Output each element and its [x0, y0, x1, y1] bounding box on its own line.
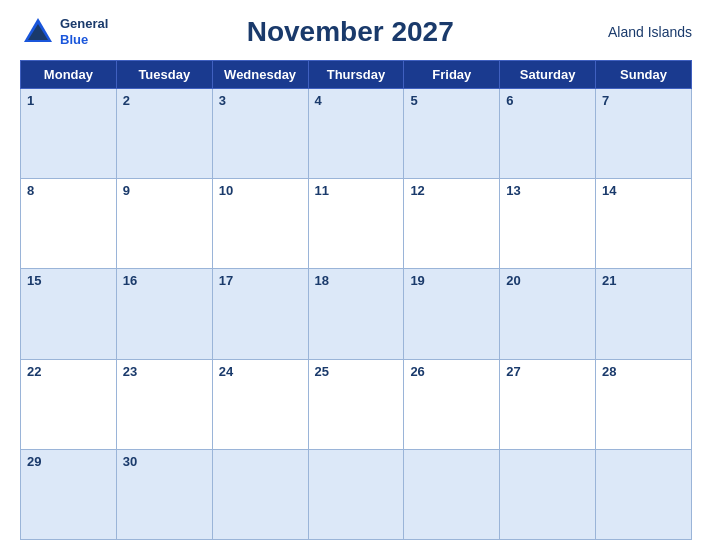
- day-number-18: 18: [315, 273, 329, 288]
- calendar-header: General Blue November 2027 Aland Islands: [20, 10, 692, 54]
- day-number-8: 8: [27, 183, 34, 198]
- day-number-11: 11: [315, 183, 329, 198]
- weekday-tuesday: Tuesday: [116, 61, 212, 89]
- day-number-9: 9: [123, 183, 130, 198]
- day-number-16: 16: [123, 273, 137, 288]
- day-number-4: 4: [315, 93, 322, 108]
- day-25: 25: [308, 359, 404, 449]
- weekday-header-row: MondayTuesdayWednesdayThursdayFridaySatu…: [21, 61, 692, 89]
- day-8: 8: [21, 179, 117, 269]
- day-number-14: 14: [602, 183, 616, 198]
- day-26: 26: [404, 359, 500, 449]
- day-17: 17: [212, 269, 308, 359]
- day-9: 9: [116, 179, 212, 269]
- day-number-17: 17: [219, 273, 233, 288]
- day-3: 3: [212, 89, 308, 179]
- day-number-6: 6: [506, 93, 513, 108]
- day-24: 24: [212, 359, 308, 449]
- day-number-21: 21: [602, 273, 616, 288]
- day-number-20: 20: [506, 273, 520, 288]
- day-21: 21: [596, 269, 692, 359]
- empty-cell: [596, 449, 692, 539]
- day-number-2: 2: [123, 93, 130, 108]
- week-row-4: 22232425262728: [21, 359, 692, 449]
- weekday-sunday: Sunday: [596, 61, 692, 89]
- region-label: Aland Islands: [592, 24, 692, 40]
- week-row-2: 891011121314: [21, 179, 692, 269]
- day-number-26: 26: [410, 364, 424, 379]
- empty-cell: [308, 449, 404, 539]
- day-number-25: 25: [315, 364, 329, 379]
- day-number-19: 19: [410, 273, 424, 288]
- empty-cell: [404, 449, 500, 539]
- day-4: 4: [308, 89, 404, 179]
- day-5: 5: [404, 89, 500, 179]
- day-2: 2: [116, 89, 212, 179]
- day-number-1: 1: [27, 93, 34, 108]
- day-number-13: 13: [506, 183, 520, 198]
- day-11: 11: [308, 179, 404, 269]
- day-number-3: 3: [219, 93, 226, 108]
- day-30: 30: [116, 449, 212, 539]
- day-number-23: 23: [123, 364, 137, 379]
- day-23: 23: [116, 359, 212, 449]
- day-13: 13: [500, 179, 596, 269]
- logo-icon: [20, 14, 56, 50]
- day-12: 12: [404, 179, 500, 269]
- weekday-wednesday: Wednesday: [212, 61, 308, 89]
- weekday-friday: Friday: [404, 61, 500, 89]
- day-6: 6: [500, 89, 596, 179]
- day-28: 28: [596, 359, 692, 449]
- day-16: 16: [116, 269, 212, 359]
- day-1: 1: [21, 89, 117, 179]
- weekday-saturday: Saturday: [500, 61, 596, 89]
- logo: General Blue: [20, 14, 108, 50]
- week-row-1: 1234567: [21, 89, 692, 179]
- day-14: 14: [596, 179, 692, 269]
- day-number-30: 30: [123, 454, 137, 469]
- week-row-5: 2930: [21, 449, 692, 539]
- weekday-monday: Monday: [21, 61, 117, 89]
- day-29: 29: [21, 449, 117, 539]
- day-22: 22: [21, 359, 117, 449]
- day-27: 27: [500, 359, 596, 449]
- empty-cell: [500, 449, 596, 539]
- day-15: 15: [21, 269, 117, 359]
- day-number-10: 10: [219, 183, 233, 198]
- empty-cell: [212, 449, 308, 539]
- day-number-29: 29: [27, 454, 41, 469]
- day-18: 18: [308, 269, 404, 359]
- day-19: 19: [404, 269, 500, 359]
- month-title: November 2027: [108, 16, 592, 48]
- weekday-thursday: Thursday: [308, 61, 404, 89]
- day-10: 10: [212, 179, 308, 269]
- day-number-27: 27: [506, 364, 520, 379]
- logo-blue: Blue: [60, 32, 88, 47]
- week-row-3: 15161718192021: [21, 269, 692, 359]
- logo-general: General: [60, 16, 108, 31]
- calendar-table: MondayTuesdayWednesdayThursdayFridaySatu…: [20, 60, 692, 540]
- day-number-7: 7: [602, 93, 609, 108]
- day-7: 7: [596, 89, 692, 179]
- day-number-12: 12: [410, 183, 424, 198]
- day-number-22: 22: [27, 364, 41, 379]
- day-number-28: 28: [602, 364, 616, 379]
- day-number-5: 5: [410, 93, 417, 108]
- day-number-15: 15: [27, 273, 41, 288]
- day-number-24: 24: [219, 364, 233, 379]
- day-20: 20: [500, 269, 596, 359]
